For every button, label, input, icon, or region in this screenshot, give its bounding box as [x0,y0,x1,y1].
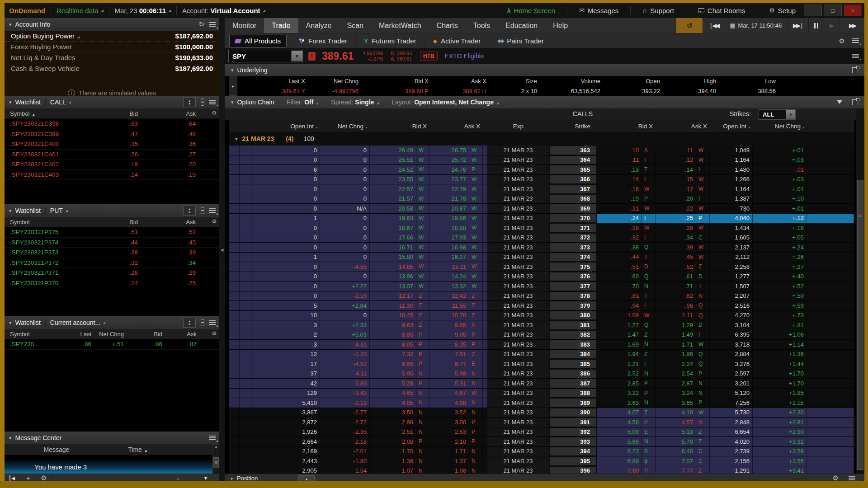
spacer[interactable] [229,233,240,243]
call-ask-exchange[interactable]: W [469,262,483,272]
message-center-header[interactable]: ▾ Message Center [5,432,219,445]
put-net-change[interactable]: +.01 [753,145,807,155]
underlying-expander[interactable]: ▸ [229,76,237,96]
put-ask-exchange[interactable]: N [696,389,710,398]
expiration-cell[interactable]: 21 MAR 23 [487,379,549,388]
strike-cell[interactable]: 374 [549,253,597,262]
spacer[interactable] [229,165,240,174]
underlying-header-last-x[interactable]: Last X [229,78,306,84]
call-bid[interactable]: 7.32 [370,350,416,359]
spacer[interactable] [240,194,251,204]
call-ask[interactable]: 3.52 [429,408,469,418]
spacer[interactable] [229,253,240,262]
call-bid-exchange[interactable]: N [416,389,429,398]
tab-trade[interactable]: Trade [264,18,298,33]
spacer[interactable] [229,204,240,213]
put-net-change[interactable]: +.26 [753,253,807,262]
strike-cell[interactable]: 368 [549,194,597,204]
call-ask[interactable]: 5.31 [429,379,469,388]
expiration-cell[interactable]: 21 MAR 23 [487,194,549,204]
strike-cell[interactable]: 386 [549,369,597,379]
menu-icon[interactable] [209,436,216,441]
put-open-interest[interactable]: 2,112 [710,253,753,262]
put-bid[interactable]: .51 [597,262,642,272]
call-ask-exchange[interactable]: W [469,243,483,252]
spacer[interactable] [240,427,251,437]
message-row[interactable]: You have made 3 [5,460,212,474]
call-net-change[interactable]: 0 [320,233,370,243]
symbol-input[interactable]: SPY ▼ [228,50,303,62]
messages-button[interactable]: ✉ Messages [573,3,625,18]
call-open-interest[interactable]: 1,926 [251,427,320,437]
strike-cell[interactable]: 380 [549,311,597,320]
put-bid[interactable]: .10 [597,145,642,155]
put-open-interest[interactable]: 1,291 [710,466,753,474]
ondemand-label[interactable]: OnDemand [9,7,45,14]
put-bid-exchange[interactable]: I [642,214,656,223]
spacer[interactable] [229,311,240,320]
call-bid-exchange[interactable]: N [416,408,429,418]
call-open-interest[interactable]: 2,443 [251,456,320,466]
put-bid-exchange[interactable]: B [642,456,656,466]
spacer[interactable] [807,340,854,349]
call-ask-exchange[interactable]: W [469,272,483,282]
put-ask-exchange[interactable]: Z [696,262,710,272]
call-ask[interactable]: 20.87 [429,204,469,213]
spacer[interactable] [240,359,251,369]
call-ask-exchange[interactable]: P [469,340,483,349]
call-net-change[interactable]: -2.15 [320,291,370,301]
call-net-change[interactable]: -1.80 [320,456,370,466]
put-ask[interactable]: .15 [656,175,696,184]
call-bid-exchange[interactable]: W [416,145,429,155]
expiration-cell[interactable]: 21 MAR 23 [487,466,549,474]
put-bid-exchange[interactable]: P [642,466,656,474]
spacer[interactable] [483,447,487,456]
call-bid-exchange[interactable]: W [416,194,429,204]
spacer[interactable] [483,155,487,165]
spacer[interactable] [229,418,240,427]
put-bid[interactable]: .16 [597,184,642,194]
expiration-cell[interactable]: 21 MAR 23 [487,427,549,437]
put-bid[interactable]: 5.09 [597,427,642,437]
strike-cell[interactable]: 372 [549,233,597,243]
call-bid[interactable]: 4.05 [370,398,416,408]
spacer[interactable] [240,145,251,155]
spacer[interactable] [483,427,487,437]
spacer[interactable] [483,184,487,194]
spacer[interactable] [807,272,854,282]
put-bid[interactable]: .38 [597,243,642,252]
call-bid[interactable]: 24.52 [370,165,416,174]
call-open-interest[interactable]: 129 [251,389,320,398]
spacer[interactable] [807,418,854,427]
call-ask[interactable]: 1.71 [429,447,469,456]
put-bid-exchange[interactable]: X [642,145,656,155]
gear-icon[interactable]: ⚙ [212,110,217,116]
call-bid[interactable]: 2.08 [370,437,416,446]
expiration-cell[interactable]: 21 MAR 23 [487,272,549,282]
put-net-change[interactable]: +.59 [753,301,807,310]
spacer[interactable] [483,369,487,379]
put-ask-exchange[interactable]: Q [696,350,710,359]
put-net-change[interactable]: +.05 [753,233,807,243]
call-net-change[interactable]: 0 [320,272,370,282]
put-bid-exchange[interactable]: T [642,165,656,174]
put-ask-exchange[interactable]: Z [696,427,710,437]
put-ask-exchange[interactable]: Z [696,466,710,474]
spacer[interactable] [483,204,487,213]
column-header-ask[interactable]: Ask [138,110,196,117]
put-open-interest[interactable]: 1,266 [710,175,753,184]
put-bid-exchange[interactable]: T [642,253,656,262]
call-bid[interactable]: 8.05 [370,340,416,349]
underlying-header-ask-x[interactable]: Ask X [429,78,487,84]
put-open-interest[interactable]: 2,258 [710,262,753,272]
call-bid[interactable]: 1.70 [370,447,416,456]
put-ask-exchange[interactable]: T [696,282,710,291]
underlying-header-net-chng[interactable]: Net Chng [306,78,359,84]
chain-column-header[interactable]: Ask X [656,123,710,130]
put-ask[interactable]: 7.77 [656,466,696,474]
call-net-change[interactable]: -3.83 [320,379,370,388]
put-open-interest[interactable]: 4,270 [710,311,753,320]
put-open-interest[interactable]: 1,387 [710,194,753,204]
call-ask[interactable]: 17.93 [429,233,469,243]
spacer[interactable] [807,330,854,340]
